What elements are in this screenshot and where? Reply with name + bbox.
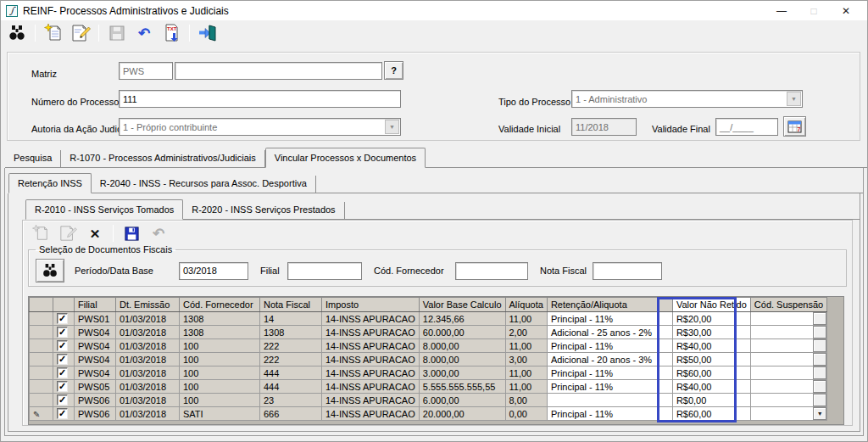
new-document-icon[interactable] — [42, 23, 64, 43]
tab-pesquisa[interactable]: Pesquisa — [5, 150, 61, 167]
delete-record-icon[interactable]: ✕ — [84, 223, 106, 243]
cell-valor-nao-retido[interactable]: R$0,00 — [672, 394, 750, 407]
chevron-down-icon[interactable] — [813, 339, 826, 352]
table-row[interactable]: ✎ ✓ PWS06 01/03/2018 SATI 666 14-INSS AP… — [30, 407, 827, 421]
cell-cod-fornecedor[interactable]: 100 — [180, 380, 260, 394]
row-select-cell[interactable]: ✓ — [53, 312, 75, 326]
cell-cod-fornecedor[interactable]: 100 — [180, 339, 260, 353]
cell-nota-fiscal[interactable]: 444 — [260, 366, 322, 380]
cell-dt-emissao[interactable]: 01/03/2018 — [116, 326, 180, 339]
numero-processo-field[interactable]: 111 — [119, 90, 401, 108]
cell-dt-emissao[interactable]: 01/03/2018 — [116, 407, 180, 421]
cell-filial[interactable]: PWS06 — [75, 394, 116, 407]
chevron-down-icon[interactable] — [813, 326, 826, 338]
header-imposto[interactable]: Imposto — [322, 298, 420, 312]
cell-valor-nao-retido[interactable]: R$20,00 — [672, 312, 750, 326]
cell-valor-base[interactable]: 8.000,00 — [419, 339, 505, 353]
nota-fiscal-field[interactable] — [593, 262, 662, 280]
export-txt-icon[interactable]: TXT — [160, 23, 182, 43]
header-aliquota[interactable]: Alíquota — [505, 298, 547, 312]
cell-retencao[interactable]: Adicional - 20 anos - 3% — [547, 353, 672, 366]
cell-nota-fiscal[interactable]: 23 — [260, 394, 322, 407]
fornecedor-field[interactable] — [455, 262, 528, 280]
tipo-processo-combobox[interactable]: 1 - Administrativo ▼ — [571, 90, 803, 108]
cell-aliquota[interactable]: 11,00 — [505, 380, 547, 394]
matriz-desc-field[interactable] — [175, 62, 382, 80]
autoria-combobox[interactable]: 1 - Próprio contribuinte ▼ — [119, 118, 401, 136]
tab-r2010[interactable]: R-2010 - INSS Serviços Tomados — [25, 199, 183, 220]
row-checkbox[interactable]: ✓ — [57, 327, 68, 338]
cell-retencao[interactable]: Principal - 11% — [547, 407, 672, 421]
cell-filial[interactable]: PWS04 — [75, 353, 116, 366]
cell-retencao[interactable]: Principal - 11% — [547, 312, 672, 326]
cell-imposto[interactable]: 14-INSS APURACAO — [322, 407, 420, 421]
filial-field[interactable] — [287, 262, 362, 280]
cell-filial[interactable]: PWS01 — [75, 312, 116, 326]
cell-valor-base[interactable]: 12.345,66 — [419, 312, 505, 326]
cell-valor-nao-retido[interactable]: R$30,00 — [672, 326, 750, 339]
search-documents-button[interactable] — [36, 259, 64, 283]
cell-imposto[interactable]: 14-INSS APURACAO — [322, 394, 420, 407]
cell-valor-base[interactable]: 5.555.555.555,55 — [419, 380, 505, 394]
cell-valor-nao-retido[interactable]: R$60,00 — [672, 407, 750, 421]
cell-aliquota[interactable]: 11,00 — [505, 339, 547, 353]
table-row[interactable]: ✓ PWS05 01/03/2018 100 444 14-INSS APURA… — [30, 380, 827, 394]
cell-cod-fornecedor[interactable]: 100 — [180, 366, 260, 380]
tab-r1070[interactable]: R-1070 - Processos Administrativos/Judic… — [61, 150, 264, 167]
cell-valor-base[interactable]: 6.000,00 — [419, 394, 505, 407]
cell-aliquota[interactable]: 2,00 — [505, 326, 547, 339]
cell-aliquota[interactable]: 0,00 — [505, 407, 547, 421]
chevron-down-icon[interactable] — [813, 394, 826, 406]
tab-vincular-processos[interactable]: Vincular Processos x Documentos — [265, 148, 426, 168]
row-checkbox[interactable]: ✓ — [57, 313, 68, 324]
cell-cod-fornecedor[interactable]: 100 — [180, 353, 260, 366]
cell-valor-nao-retido[interactable]: R$40,00 — [672, 339, 750, 353]
row-checkbox[interactable]: ✓ — [57, 340, 68, 351]
cell-imposto[interactable]: 14-INSS APURACAO — [322, 326, 420, 339]
header-valor-base[interactable]: Valor Base Calculo — [419, 298, 505, 312]
cell-dt-emissao[interactable]: 01/03/2018 — [116, 380, 180, 394]
cell-imposto[interactable]: 14-INSS APURACAO — [322, 339, 420, 353]
cell-valor-nao-retido[interactable]: R$60,00 — [672, 366, 750, 380]
chevron-down-icon[interactable] — [813, 353, 826, 366]
header-retencao[interactable]: Retenção/Aliquota — [547, 298, 672, 312]
cell-retencao[interactable]: Principal - 11% — [547, 380, 672, 394]
cell-cod-fornecedor[interactable]: SATI — [180, 407, 260, 421]
cell-valor-nao-retido[interactable]: R$50,00 — [672, 353, 750, 366]
table-row[interactable]: ✓ PWS04 01/03/2018 100 444 14-INSS APURA… — [30, 366, 827, 380]
row-select-cell[interactable]: ✓ — [53, 339, 75, 353]
cell-retencao[interactable]: Principal - 11% — [547, 366, 672, 380]
cell-nota-fiscal[interactable]: 1308 — [260, 326, 322, 339]
row-select-cell[interactable]: ✓ — [53, 366, 75, 380]
cell-nota-fiscal[interactable]: 666 — [260, 407, 322, 421]
cell-cod-suspensao[interactable] — [750, 380, 826, 394]
row-select-cell[interactable]: ✓ — [53, 394, 75, 407]
validade-inicial-field[interactable]: 11/2018 — [571, 118, 637, 136]
header-cod-suspensao[interactable]: Cód. Suspensão — [750, 298, 826, 312]
cell-imposto[interactable]: 14-INSS APURACAO — [322, 312, 420, 326]
close-button[interactable]: ✕ — [830, 3, 862, 20]
cell-valor-base[interactable]: 8.000,00 — [419, 353, 505, 366]
cell-imposto[interactable]: 14-INSS APURACAO — [322, 366, 420, 380]
chevron-down-icon[interactable] — [813, 366, 826, 379]
cell-filial[interactable]: PWS05 — [75, 380, 116, 394]
exit-icon[interactable] — [197, 23, 219, 43]
edit-document-icon[interactable] — [70, 23, 92, 43]
cell-dt-emissao[interactable]: 01/03/2018 — [116, 312, 180, 326]
chevron-down-icon[interactable]: ▼ — [813, 407, 826, 420]
cell-imposto[interactable]: 14-INSS APURACAO — [322, 353, 420, 366]
table-row[interactable]: ✓ PWS04 01/03/2018 100 222 14-INSS APURA… — [30, 339, 827, 353]
matriz-lookup-button[interactable]: ? — [384, 61, 403, 80]
table-row[interactable]: ✓ PWS04 01/03/2018 1308 1308 14-INSS APU… — [30, 326, 827, 339]
cell-nota-fiscal[interactable]: 14 — [260, 312, 322, 326]
cell-retencao[interactable]: Adicional - 25 anos - 2% — [547, 326, 672, 339]
chevron-down-icon[interactable] — [813, 312, 826, 325]
cell-filial[interactable]: PWS06 — [75, 407, 116, 421]
cell-cod-suspensao[interactable] — [750, 394, 826, 407]
row-checkbox[interactable]: ✓ — [57, 354, 68, 365]
cell-aliquota[interactable]: 8,00 — [505, 394, 547, 407]
cell-cod-suspensao[interactable]: ▼ — [750, 407, 826, 421]
cell-cod-fornecedor[interactable]: 1308 — [180, 326, 260, 339]
cell-cod-fornecedor[interactable]: 1308 — [180, 312, 260, 326]
row-checkbox[interactable]: ✓ — [57, 367, 68, 378]
